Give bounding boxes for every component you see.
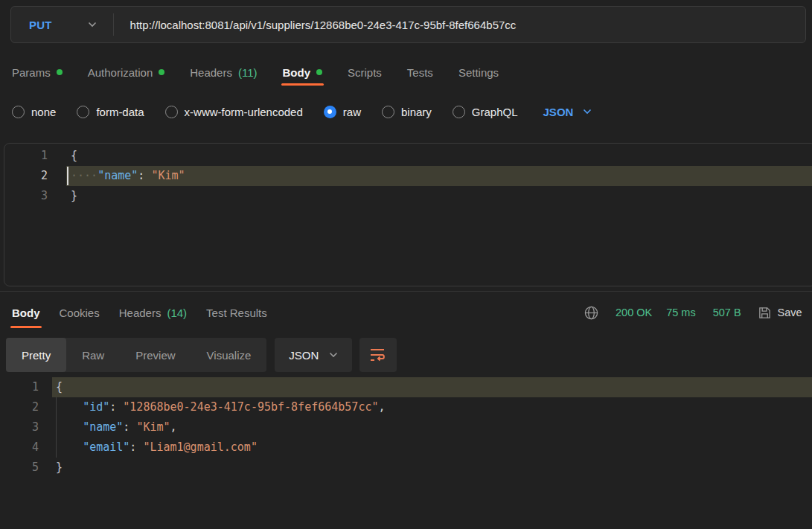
- globe-icon: [584, 305, 599, 321]
- line-number: 1: [0, 377, 39, 397]
- tab-tests[interactable]: Tests: [407, 60, 433, 85]
- code-line: 1 {: [4, 146, 812, 166]
- indent-guide: [56, 397, 57, 458]
- view-pretty-button[interactable]: Pretty: [6, 338, 66, 372]
- tab-body[interactable]: Body: [283, 60, 323, 85]
- chevron-down-icon: [329, 352, 338, 358]
- code-token: {: [71, 149, 77, 162]
- tab-scripts[interactable]: Scripts: [348, 60, 382, 85]
- radio-circle: [382, 106, 394, 118]
- response-language-dropdown[interactable]: JSON: [275, 338, 352, 372]
- response-tab-headers-label: Headers: [119, 307, 162, 319]
- radio-urlencoded-label: x-www-form-urlencoded: [185, 106, 303, 118]
- chevron-down-icon: [88, 22, 97, 28]
- radio-raw-label: raw: [343, 106, 361, 118]
- view-visualize-button[interactable]: Visualize: [191, 338, 267, 372]
- code-token: {: [56, 380, 63, 394]
- line-number: 3: [0, 417, 39, 437]
- view-preview-button[interactable]: Preview: [120, 338, 191, 372]
- tab-settings-label: Settings: [458, 66, 499, 79]
- code-token: :: [138, 169, 151, 182]
- line-number: 1: [4, 146, 48, 166]
- tab-body-label: Body: [283, 66, 311, 79]
- radio-raw[interactable]: raw: [324, 106, 361, 118]
- save-label: Save: [778, 307, 802, 318]
- radio-circle: [12, 106, 25, 118]
- code-token: }: [56, 461, 63, 474]
- radio-urlencoded[interactable]: x-www-form-urlencoded: [165, 106, 303, 118]
- radio-none[interactable]: none: [12, 106, 56, 118]
- request-url-bar: PUT http://localhost:8081/api/v1/supplie…: [10, 6, 806, 43]
- code-token: "Kim": [151, 169, 185, 182]
- code-token: "Liam1@gmail.com": [143, 440, 258, 454]
- request-language-dropdown[interactable]: JSON: [543, 106, 592, 118]
- save-response-button[interactable]: Save: [758, 306, 802, 320]
- method-label: PUT: [29, 19, 52, 31]
- radio-circle: [453, 106, 465, 118]
- tab-params-label: Params: [12, 66, 51, 79]
- response-tab-headers[interactable]: Headers (14): [119, 298, 187, 327]
- response-tab-body[interactable]: Body: [12, 298, 40, 327]
- line-number: 4: [0, 437, 39, 458]
- code-line-active: 1 {: [0, 377, 812, 397]
- url-input[interactable]: http://localhost:8081/api/v1/suppliers/1…: [114, 19, 805, 31]
- code-token: ,: [378, 400, 385, 414]
- response-meta: 200 OK 75 ms 507 B Save: [584, 298, 802, 327]
- word-wrap-button[interactable]: [359, 338, 397, 372]
- view-raw-label: Raw: [82, 349, 104, 362]
- line-number: 3: [4, 186, 48, 206]
- response-tab-test-results[interactable]: Test Results: [206, 298, 267, 327]
- params-status-dot: [57, 69, 63, 75]
- radio-graphql[interactable]: GraphQL: [453, 106, 518, 118]
- tab-tests-label: Tests: [407, 66, 433, 79]
- code-line: 2 "id": "12868be0-24e3-417c-95bf-8fef664…: [0, 397, 812, 417]
- code-indent: [56, 420, 83, 434]
- view-preview-label: Preview: [135, 349, 175, 362]
- code-indent: [56, 440, 83, 454]
- response-headers-count-badge: (14): [167, 307, 187, 319]
- code-token: "12868be0-24e3-417c-95bf-8fef664b57cc": [123, 400, 378, 414]
- radio-form-data[interactable]: form-data: [77, 106, 144, 118]
- body-type-selector: none form-data x-www-form-urlencoded raw…: [12, 100, 592, 124]
- authorization-status-dot: [159, 69, 164, 75]
- code-line: 4 "email": "Liam1@gmail.com": [0, 437, 812, 458]
- tab-headers-label: Headers: [190, 66, 232, 79]
- active-line-highlight: [52, 377, 812, 397]
- response-tab-cookies[interactable]: Cookies: [60, 298, 100, 327]
- tab-settings[interactable]: Settings: [458, 60, 499, 85]
- radio-none-label: none: [31, 106, 56, 118]
- tab-scripts-label: Scripts: [348, 66, 382, 79]
- network-info-button[interactable]: [584, 305, 599, 321]
- code-token: "Kim": [136, 420, 170, 434]
- body-status-dot: [316, 69, 322, 75]
- view-pretty-label: Pretty: [22, 349, 51, 362]
- tab-params[interactable]: Params: [12, 60, 63, 85]
- whitespace-dots: ····: [71, 169, 97, 182]
- code-token: "name": [83, 420, 123, 434]
- method-selector[interactable]: PUT: [11, 7, 113, 42]
- request-body-editor[interactable]: 1 { 2 ····"name": "Kim" 3 }: [4, 143, 812, 286]
- line-number: 5: [0, 458, 39, 478]
- tab-authorization[interactable]: Authorization: [88, 60, 165, 85]
- response-body-viewer[interactable]: 1 { 2 "id": "12868be0-24e3-417c-95bf-8fe…: [0, 377, 812, 478]
- code-token: ,: [170, 420, 177, 434]
- radio-form-data-label: form-data: [96, 106, 144, 118]
- code-token: "name": [97, 169, 138, 182]
- radio-binary-label: binary: [401, 106, 432, 118]
- headers-count-badge: (11): [238, 66, 258, 79]
- code-token: :: [130, 440, 143, 454]
- chevron-down-icon: [583, 109, 592, 115]
- code-line-active: 2 ····"name": "Kim": [4, 166, 812, 186]
- code-token: }: [71, 189, 77, 202]
- code-token: :: [109, 400, 123, 414]
- tab-headers[interactable]: Headers (11): [190, 60, 257, 85]
- radio-binary[interactable]: binary: [382, 106, 432, 118]
- code-line: 5 }: [0, 458, 812, 478]
- request-tabs: Params Authorization Headers (11) Body S…: [12, 60, 499, 85]
- response-language-label: JSON: [289, 349, 319, 362]
- response-tab-test-results-label: Test Results: [206, 307, 267, 319]
- request-language-label: JSON: [543, 106, 574, 118]
- line-number: 2: [4, 166, 48, 186]
- section-divider: [0, 291, 812, 292]
- view-raw-button[interactable]: Raw: [66, 338, 120, 372]
